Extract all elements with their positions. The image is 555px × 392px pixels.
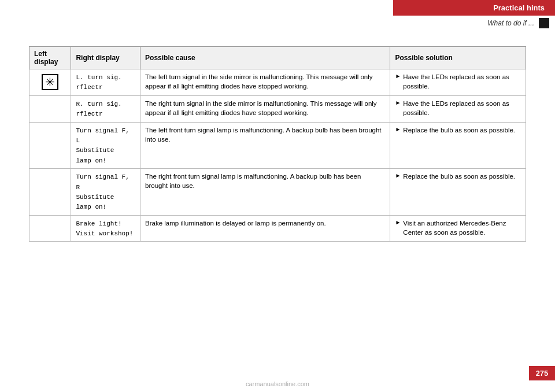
black-square-icon — [539, 18, 549, 28]
solution-text: Have the LEDs replaced as soon as possib… — [403, 72, 521, 91]
right-display-text: R. turn sig. rflectr — [76, 101, 121, 117]
solution-row: ► Have the LEDs replaced as soon as poss… — [395, 99, 521, 117]
arrow-icon: ► — [395, 172, 401, 180]
solution-row: ► Replace the bulb as soon as possible. — [395, 172, 521, 181]
possible-solution-cell: ► Have the LEDs replaced as soon as poss… — [390, 95, 526, 122]
possible-cause-cell: Brake lamp illumination is delayed or la… — [140, 215, 390, 242]
right-display-cell: Turn signal F, RSubstitutelamp on! — [71, 169, 140, 216]
solution-row: ► Replace the bulb as soon as possible. — [395, 125, 521, 135]
what-to-do-title: What to do if ... — [487, 19, 534, 27]
col-header-possible-solution: Possible solution — [390, 47, 526, 69]
col-header-right-display: Right display — [71, 47, 140, 69]
right-display-text: Brake light!Visit workshop! — [76, 220, 133, 237]
solution-text: Replace the bulb as soon as possible. — [403, 172, 515, 181]
left-display-cell — [29, 215, 71, 242]
possible-solution-cell: ► Replace the bulb as soon as possible. — [390, 122, 526, 169]
possible-solution-cell: ► Replace the bulb as soon as possible. — [390, 169, 526, 216]
main-content: Left display Right display Possible caus… — [29, 46, 526, 242]
footer-watermark: carmanualsonline.com — [246, 380, 309, 387]
right-display-cell: L. turn sig. rflectr — [71, 69, 140, 96]
possible-solution-cell: ► Have the LEDs replaced as soon as poss… — [390, 69, 526, 96]
warning-led-icon: ✳ — [42, 74, 58, 90]
table-header-row: Left display Right display Possible caus… — [29, 47, 526, 69]
what-to-do-bar: What to do if ... — [393, 16, 555, 31]
page-number: 275 — [529, 366, 555, 380]
right-display-cell: R. turn sig. rflectr — [71, 95, 140, 122]
solution-text: Replace the bulb as soon as possible. — [403, 125, 515, 135]
header: Practical hints What to do if ... — [393, 0, 555, 31]
practical-hints-bar: Practical hints — [393, 0, 555, 16]
arrow-icon: ► — [395, 99, 401, 107]
possible-cause-cell: The left turn signal in the side mirror … — [140, 69, 390, 96]
solution-row: ► Visit an authorized Mercedes-Benz Cent… — [395, 219, 521, 237]
possible-cause-cell: The right front turn signal lamp is malf… — [140, 169, 390, 216]
table-row: R. turn sig. rflectr The right turn sign… — [29, 95, 526, 122]
arrow-icon: ► — [395, 219, 401, 227]
col-header-left-display: Left display — [29, 47, 71, 69]
left-display-cell — [29, 122, 71, 169]
right-display-text: L. turn sig. rflectr — [76, 74, 121, 91]
page-number-text: 275 — [536, 369, 549, 378]
arrow-icon: ► — [395, 72, 401, 80]
solution-row: ► Have the LEDs replaced as soon as poss… — [395, 72, 521, 91]
table-row: Turn signal F, RSubstitutelamp on! The r… — [29, 169, 526, 216]
left-display-cell — [29, 95, 71, 122]
solution-text: Have the LEDs replaced as soon as possib… — [403, 99, 521, 117]
troubleshoot-table: Left display Right display Possible caus… — [29, 46, 526, 242]
table-row: Brake light!Visit workshop! Brake lamp i… — [29, 215, 526, 242]
left-display-cell — [29, 169, 71, 216]
table-row: ✳ L. turn sig. rflectr The left turn sig… — [29, 69, 526, 96]
practical-hints-title: Practical hints — [493, 3, 545, 12]
right-display-cell: Turn signal F, LSubstitutelamp on! — [71, 122, 140, 169]
solution-text: Visit an authorized Mercedes-Benz Center… — [403, 219, 521, 237]
right-display-text: Turn signal F, RSubstitutelamp on! — [76, 173, 129, 210]
possible-cause-cell: The right turn signal in the side mirror… — [140, 95, 390, 122]
watermark-text: carmanualsonline.com — [246, 380, 309, 387]
right-display-cell: Brake light!Visit workshop! — [71, 215, 140, 242]
right-display-text: Turn signal F, LSubstitutelamp on! — [76, 127, 129, 164]
possible-solution-cell: ► Visit an authorized Mercedes-Benz Cent… — [390, 215, 526, 242]
left-display-cell: ✳ — [29, 69, 71, 96]
arrow-icon: ► — [395, 125, 401, 134]
possible-cause-cell: The left front turn signal lamp is malfu… — [140, 122, 390, 169]
table-row: Turn signal F, LSubstitutelamp on! The l… — [29, 122, 526, 169]
col-header-possible-cause: Possible cause — [140, 47, 390, 69]
